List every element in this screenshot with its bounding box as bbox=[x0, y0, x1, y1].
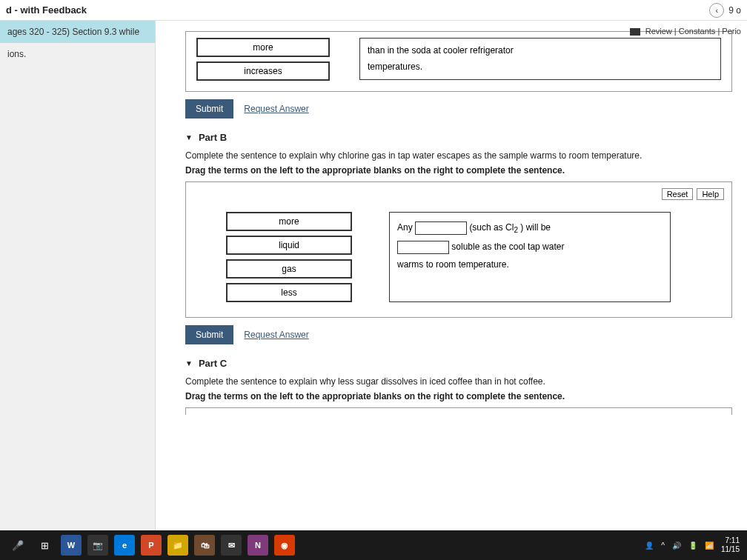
help-button[interactable]: Help bbox=[697, 188, 724, 200]
sidebar: ages 320 - 325) Section 9.3 while ions. bbox=[0, 21, 156, 530]
sentence-line-2: temperatures. bbox=[368, 59, 713, 76]
reset-button[interactable]: Reset bbox=[662, 188, 694, 200]
sidebar-highlight[interactable]: ages 320 - 325) Section 9.3 while bbox=[0, 21, 155, 43]
part-c-instr: Drag the terms on the left to the approp… bbox=[185, 391, 732, 401]
window-header: d - with Feedback ‹ 9 o bbox=[0, 0, 747, 21]
part-c-container-top bbox=[185, 407, 732, 415]
drag-tile-more-b[interactable]: more bbox=[226, 212, 352, 231]
drag-tile-less[interactable]: less bbox=[226, 283, 352, 302]
constants-link[interactable]: Constants bbox=[679, 27, 716, 36]
review-link[interactable]: Review bbox=[645, 27, 672, 36]
part-c-desc: Complete the sentence to explain why les… bbox=[185, 376, 732, 387]
request-answer-b[interactable]: Request Answer bbox=[244, 330, 308, 340]
taskview-icon[interactable]: ⊞ bbox=[34, 535, 55, 556]
drag-tile-liquid[interactable]: liquid bbox=[226, 236, 352, 255]
part-a-drag-area: more increases than in the soda at coole… bbox=[185, 31, 732, 92]
network-icon[interactable]: 📶 bbox=[705, 541, 714, 550]
window-title: d - with Feedback bbox=[6, 4, 87, 16]
clock-date: 11/15 bbox=[721, 545, 740, 554]
periodic-link[interactable]: Perio bbox=[722, 27, 741, 36]
powerpoint-app-icon[interactable]: P bbox=[141, 535, 162, 556]
edge-app-icon[interactable]: e bbox=[114, 535, 135, 556]
caret-down-icon: ▼ bbox=[185, 133, 193, 141]
taskbar-clock[interactable]: 7:11 11/15 bbox=[721, 536, 740, 554]
part-b-desc: Complete the sentence to explain why chl… bbox=[185, 150, 732, 161]
part-b-submit-row: Submit Request Answer bbox=[185, 325, 732, 344]
reset-help-row: Reset Help bbox=[662, 188, 724, 200]
flag-icon[interactable] bbox=[630, 28, 640, 36]
part-b-tiles: more liquid gas less bbox=[226, 212, 352, 302]
battery-icon[interactable]: 🔋 bbox=[688, 541, 697, 550]
camera-app-icon[interactable]: 📷 bbox=[87, 535, 108, 556]
part-a-submit-row: Submit Request Answer bbox=[185, 99, 732, 119]
people-icon[interactable]: 👤 bbox=[645, 541, 654, 550]
s2: soluble as the cool tap water bbox=[451, 241, 564, 252]
blank-slot-1[interactable] bbox=[415, 221, 467, 235]
part-b-title: Part B bbox=[199, 132, 227, 143]
store-app-icon[interactable]: 🛍 bbox=[194, 535, 215, 556]
onenote-app-icon[interactable]: N bbox=[248, 535, 268, 556]
s1a: Any bbox=[397, 222, 413, 233]
mail-app-icon[interactable]: ✉ bbox=[221, 535, 242, 556]
clock-time: 7:11 bbox=[721, 536, 740, 545]
volume-icon[interactable]: 🔊 bbox=[672, 541, 681, 550]
blank-slot-2[interactable] bbox=[397, 241, 449, 254]
sidebar-text: ions. bbox=[0, 43, 155, 65]
submit-button-a[interactable]: Submit bbox=[185, 99, 233, 119]
page-count: 9 o bbox=[728, 5, 741, 16]
explorer-app-icon[interactable]: 📁 bbox=[167, 535, 188, 556]
mic-icon[interactable]: 🎤 bbox=[7, 535, 28, 556]
part-c-title: Part C bbox=[199, 358, 227, 369]
part-b-body: more liquid gas less Any (such as Cl2 ) … bbox=[196, 212, 721, 302]
s1c: ) will be bbox=[520, 222, 551, 233]
part-a-sentence: than in the soda at cooler refrigerator … bbox=[359, 38, 721, 80]
caret-down-icon-c: ▼ bbox=[185, 359, 193, 367]
part-b-instr: Drag the terms on the left to the approp… bbox=[185, 165, 732, 176]
taskbar-tray: 👤 ^ 🔊 🔋 📶 7:11 11/15 bbox=[645, 536, 740, 554]
submit-button-b[interactable]: Submit bbox=[185, 325, 233, 344]
page-body: ages 320 - 325) Section 9.3 while ions. … bbox=[0, 21, 747, 530]
s1b: (such as Cl bbox=[469, 222, 514, 233]
s3: warms to room temperature. bbox=[397, 259, 509, 270]
drag-tile-gas[interactable]: gas bbox=[226, 259, 352, 279]
app-icon[interactable]: ◉ bbox=[274, 535, 295, 556]
tray-up-icon[interactable]: ^ bbox=[661, 541, 665, 550]
part-c-header[interactable]: ▼ Part C bbox=[185, 358, 732, 369]
main-content: Review | Constants | Perio more increase… bbox=[156, 21, 747, 530]
taskbar: 🎤 ⊞ W 📷 e P 📁 🛍 ✉ N ◉ 👤 ^ 🔊 🔋 📶 7:11 11/… bbox=[0, 530, 747, 560]
word-app-icon[interactable]: W bbox=[61, 535, 82, 556]
top-links: Review | Constants | Perio bbox=[630, 27, 741, 36]
part-b-drag-area: Reset Help more liquid gas less Any (suc… bbox=[185, 181, 732, 318]
part-b-sentence: Any (such as Cl2 ) will be soluble as th… bbox=[389, 212, 671, 302]
prev-button[interactable]: ‹ bbox=[709, 3, 724, 18]
part-b-header[interactable]: ▼ Part B bbox=[185, 132, 732, 143]
drag-tile-increases[interactable]: increases bbox=[196, 61, 330, 81]
part-a-tiles: more increases bbox=[196, 38, 330, 81]
sentence-line-1: than in the soda at cooler refrigerator bbox=[368, 43, 713, 59]
header-nav: ‹ 9 o bbox=[709, 3, 741, 18]
request-answer-a[interactable]: Request Answer bbox=[244, 104, 308, 114]
drag-tile-more[interactable]: more bbox=[196, 38, 330, 57]
